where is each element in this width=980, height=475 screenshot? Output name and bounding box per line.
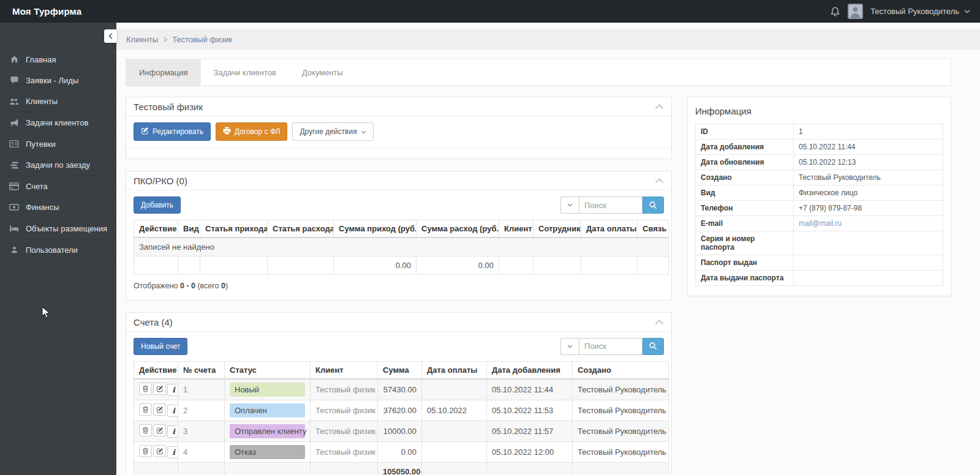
users-icon xyxy=(9,97,19,106)
info-row: Паспорт выдан xyxy=(696,255,943,271)
info-panel-title: Информация xyxy=(695,106,943,116)
sidebar-item-user[interactable]: Пользователи xyxy=(0,239,116,261)
column-header[interactable]: Дата оплаты xyxy=(422,361,487,379)
sidebar-item-money[interactable]: Финансы xyxy=(0,197,116,219)
column-header[interactable]: Создано xyxy=(573,361,669,379)
trash-button[interactable] xyxy=(139,445,152,457)
tab-bar: ИнформацияЗадачи клиентовДокументы xyxy=(126,59,951,86)
column-header[interactable]: Действие xyxy=(134,220,178,238)
created-by: Тестовый Руководитель xyxy=(573,379,669,400)
info-row: Серия и номер паспорта xyxy=(696,231,943,255)
collapse-chevron-up-icon[interactable] xyxy=(655,176,664,185)
accounts-search-group xyxy=(560,338,664,355)
column-header[interactable]: Клиент xyxy=(499,220,533,238)
info-button[interactable]: i xyxy=(167,384,178,396)
status-badge: Новый xyxy=(230,383,305,397)
info-value: 05.10.2022 12:13 xyxy=(794,155,943,170)
edit-button[interactable] xyxy=(153,403,166,416)
column-header[interactable]: Вид xyxy=(178,220,200,238)
new-invoice-button[interactable]: Новый счет xyxy=(134,338,187,355)
sidebar-item-tasks[interactable]: Задачи по заезду xyxy=(0,155,116,176)
added-date: 05.10.2022 11:44 xyxy=(487,379,573,400)
breadcrumb-link[interactable]: Клиенты xyxy=(126,35,158,44)
empty-cell xyxy=(573,462,669,475)
sidebar-item-label: Пользователи xyxy=(26,245,78,255)
printer-icon xyxy=(223,127,231,137)
empty-cell xyxy=(533,256,581,274)
client-panel-footer xyxy=(126,147,671,159)
sidebar-item-id-card[interactable]: Путевки xyxy=(0,133,116,155)
other-actions-button[interactable]: Другие действия xyxy=(292,122,373,141)
sidebar-item-bullhorn[interactable]: Задачи клиентов xyxy=(0,113,116,134)
column-header[interactable]: № счета xyxy=(178,361,225,379)
column-header[interactable]: Статус xyxy=(225,361,311,379)
info-value xyxy=(794,271,943,286)
column-header[interactable]: Клиент xyxy=(311,361,378,379)
tab-active[interactable]: Информация xyxy=(126,59,201,86)
tab-item[interactable]: Задачи клиентов xyxy=(201,59,289,86)
column-header[interactable]: Связь xyxy=(638,220,669,238)
app-title: Моя Турфирма xyxy=(12,6,81,17)
column-header[interactable]: Сотрудник xyxy=(533,220,581,238)
user-menu[interactable]: Тестовый Руководитель xyxy=(870,7,959,16)
column-header[interactable]: Дата оплаты xyxy=(581,220,638,238)
client-panel: Тестовый физик Редактировать Договор с Ф… xyxy=(126,97,672,159)
edit-button[interactable] xyxy=(153,445,166,457)
sidebar-item-comment[interactable]: Заявки - Лиды xyxy=(0,70,116,92)
info-button[interactable]: i xyxy=(167,446,178,458)
edit-client-button[interactable]: Редактировать xyxy=(134,122,211,141)
sidebar: ГлавнаяЗаявки - ЛидыКлиентыЗадачи клиент… xyxy=(0,23,116,475)
sidebar-item-label: Финансы xyxy=(26,203,59,212)
email-link[interactable]: mail@mail.ru xyxy=(799,219,842,228)
collapse-chevron-up-icon[interactable] xyxy=(655,102,664,111)
collapse-chevron-up-icon[interactable] xyxy=(655,318,664,327)
user-avatar[interactable] xyxy=(848,4,863,19)
search-filter-dropdown[interactable] xyxy=(560,338,579,355)
trash-button[interactable] xyxy=(139,383,152,395)
bed-icon xyxy=(9,225,19,233)
search-button[interactable] xyxy=(643,338,664,355)
column-header[interactable]: Сумма приход (руб.) xyxy=(334,220,417,238)
edit-button[interactable] xyxy=(153,424,166,436)
breadcrumb: Клиенты>Тестовый физик xyxy=(116,29,980,50)
tab-item[interactable]: Документы xyxy=(289,59,356,86)
user-icon xyxy=(9,245,19,254)
add-pko-button[interactable]: Добавить xyxy=(134,196,181,214)
client-panel-title: Тестовый физик xyxy=(134,102,203,112)
accounts-search-input[interactable] xyxy=(579,338,643,355)
pko-table: ДействиеВидСтатья приходаСтатья расходаС… xyxy=(134,220,669,275)
empty-cell xyxy=(225,462,311,475)
search-filter-dropdown[interactable] xyxy=(560,196,579,214)
notifications-bell-icon[interactable] xyxy=(830,6,840,17)
edit-button[interactable] xyxy=(153,383,166,395)
empty-row-message: Записей не найдено xyxy=(134,238,669,256)
sidebar-menu: ГлавнаяЗаявки - ЛидыКлиентыЗадачи клиент… xyxy=(0,49,116,261)
column-header[interactable]: Статья прихода xyxy=(200,220,268,238)
empty-cell xyxy=(268,256,334,274)
trash-button[interactable] xyxy=(139,424,152,436)
client-name: Тестовый физик xyxy=(311,379,378,400)
sidebar-item-bed[interactable]: Объекты размещения xyxy=(0,219,116,240)
sidebar-collapse-button[interactable] xyxy=(104,29,117,43)
search-button[interactable] xyxy=(643,196,664,214)
payment-date xyxy=(422,421,487,441)
invoice-row: i1НовыйТестовый физик57430.0005.10.2022 … xyxy=(134,379,669,400)
sidebar-item-label: Счета xyxy=(26,182,48,191)
sidebar-item-users[interactable]: Клиенты xyxy=(0,91,116,113)
info-row: E-mailmail@mail.ru xyxy=(696,216,943,231)
info-button[interactable]: i xyxy=(167,425,178,438)
sidebar-item-home[interactable]: Главная xyxy=(0,49,116,70)
trash-button[interactable] xyxy=(139,403,152,416)
info-value: mail@mail.ru xyxy=(794,216,943,231)
column-header[interactable]: Дата добавления xyxy=(487,361,573,379)
sidebar-item-credit-card[interactable]: Счета xyxy=(0,176,116,198)
breadcrumb-link[interactable]: Тестовый физик xyxy=(172,35,232,44)
top-navbar: Моя Турфирма Тестовый Руководитель xyxy=(0,0,980,23)
info-button[interactable]: i xyxy=(167,405,178,417)
column-header[interactable]: Сумма xyxy=(378,361,422,379)
column-header[interactable]: Статья расхода xyxy=(268,220,334,238)
pko-search-input[interactable] xyxy=(579,196,643,214)
contract-button[interactable]: Договор с ФЛ xyxy=(216,122,288,141)
column-header[interactable]: Действие xyxy=(134,361,178,379)
column-header[interactable]: Сумма расход (руб.) xyxy=(417,220,499,238)
